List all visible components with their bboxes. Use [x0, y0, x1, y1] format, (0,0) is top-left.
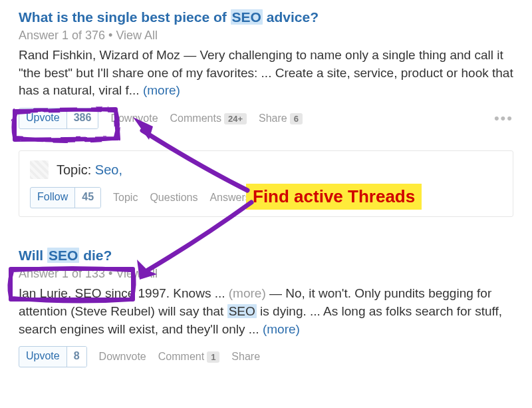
meta-separator: •	[105, 267, 116, 280]
title-text-post: advice?	[263, 9, 319, 25]
answer-position: Answer 1 of 376	[19, 29, 105, 42]
more-link[interactable]: (more)	[263, 322, 300, 336]
downvote-link[interactable]: Downvote	[110, 112, 158, 124]
answer-card-1: What is the single best piece of SEO adv…	[19, 8, 513, 129]
body-dash: —	[266, 286, 286, 300]
answer-meta: Answer 1 of 376 • View All	[19, 29, 513, 43]
title-highlight: SEO	[231, 9, 263, 25]
upvote-count: 8	[66, 347, 86, 367]
actions-row: Upvote 8 Downvote Comment 1 Share	[19, 346, 513, 367]
share-link[interactable]: Share 6	[259, 112, 303, 124]
share-label: Share	[259, 112, 287, 124]
answer-meta: Answer 1 of 133 • View All	[19, 267, 513, 281]
author-more-link[interactable]: (more)	[229, 286, 266, 300]
more-link[interactable]: (more)	[143, 83, 180, 97]
upvote-label: Upvote	[19, 108, 66, 128]
answer-body: Ian Lurie, SEO since 1997. Knows ... (mo…	[19, 285, 513, 338]
comments-link[interactable]: Comments 24+	[170, 112, 247, 124]
annotation-label: Find active Threads	[246, 184, 422, 210]
topic-name-link[interactable]: Seo,	[95, 162, 122, 177]
follow-label: Follow	[31, 188, 74, 208]
question-title[interactable]: Will SEO die?	[19, 246, 513, 264]
actions-row: Upvote 386 Downvote Comments 24+ Share 6…	[19, 108, 513, 129]
more-menu-icon[interactable]: •••	[494, 110, 513, 127]
downvote-link[interactable]: Downvote	[99, 351, 146, 363]
comment-label: Comment	[158, 351, 204, 363]
view-all-link[interactable]: View All	[116, 29, 158, 42]
upvote-button[interactable]: Upvote 8	[19, 346, 87, 367]
view-all-link[interactable]: View All	[116, 267, 158, 280]
upvote-button[interactable]: Upvote 386	[19, 108, 98, 129]
topic-thumbnail	[30, 160, 49, 179]
answer-body: Rand Fishkin, Wizard of Moz — Very chall…	[19, 47, 513, 100]
answer-position: Answer 1 of 133	[19, 267, 105, 280]
author-description: , SEO since 1997. Knows ...	[68, 286, 229, 300]
topic-label: Topic:	[57, 162, 95, 177]
author-description: , Wizard of Moz —	[92, 48, 200, 62]
author-name[interactable]: Ian Lurie	[19, 286, 68, 300]
upvote-label: Upvote	[19, 347, 66, 367]
follow-count: 45	[74, 188, 100, 208]
title-text-pre: Will	[19, 248, 47, 263]
answers-link[interactable]: Answers	[209, 192, 250, 204]
answer-card-2: Will SEO die? Answer 1 of 133 • View All…	[19, 246, 513, 367]
question-title[interactable]: What is the single best piece of SEO adv…	[19, 8, 513, 26]
questions-link[interactable]: Questions	[150, 192, 198, 204]
upvote-count: 386	[66, 108, 98, 128]
comment-count: 1	[207, 351, 219, 363]
meta-separator: •	[105, 29, 116, 42]
title-text-pre: What is the single best piece of	[19, 9, 231, 25]
topic-link[interactable]: Topic	[113, 192, 138, 204]
comments-label: Comments	[170, 112, 221, 124]
follow-button[interactable]: Follow 45	[30, 187, 101, 208]
share-count: 6	[290, 113, 303, 124]
topic-row: Topic: Seo,	[30, 160, 502, 179]
body-highlight: SEO	[227, 304, 257, 318]
comment-link[interactable]: Comment 1	[158, 351, 220, 363]
title-text-post: die?	[79, 248, 112, 263]
title-highlight: SEO	[47, 248, 79, 263]
comments-count: 24+	[224, 113, 247, 124]
author-name[interactable]: Rand Fishkin	[19, 48, 92, 62]
share-link[interactable]: Share	[231, 351, 260, 363]
